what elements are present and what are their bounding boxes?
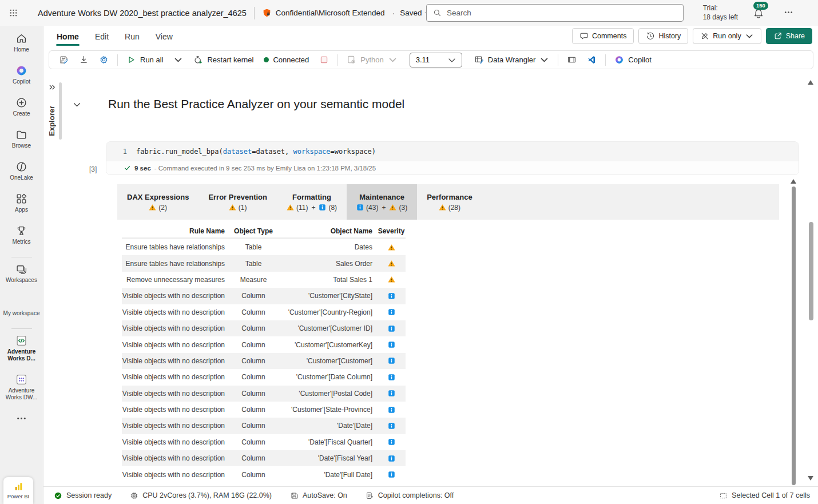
sidebar-item-create[interactable]: Create [1, 97, 43, 117]
save-edit-icon [59, 55, 69, 65]
table-row[interactable]: Visible objects with no descriptionColum… [122, 434, 406, 450]
output-tab-formatting[interactable]: Formatting(11)+(8) [277, 184, 347, 220]
app-launcher-button[interactable] [0, 0, 26, 26]
table-row[interactable]: Visible objects with no descriptionColum… [122, 386, 406, 402]
sidebar-item-browse[interactable]: Browse [1, 129, 43, 149]
table-row[interactable]: Visible objects with no descriptionColum… [122, 353, 406, 369]
cell-rule-name: Visible objects with no description [122, 454, 228, 462]
ribbon-tab-view[interactable]: View [148, 26, 181, 47]
sidebar-item-more[interactable] [1, 412, 43, 424]
expand-explorer-button[interactable] [48, 83, 57, 92]
focus-mode-button[interactable] [562, 51, 582, 69]
bpa-table-head: Rule NameObject TypeObject NameSeverity [122, 225, 406, 239]
python-version-select[interactable]: 3.11 [410, 53, 462, 68]
search-input[interactable] [447, 9, 677, 17]
notifications-button[interactable]: 150 [753, 7, 765, 20]
trial-line2: 18 days left [703, 13, 738, 22]
sidebar-item-copilot[interactable]: Copilot [1, 65, 43, 85]
more-options-button[interactable] [783, 7, 794, 18]
run-all-button[interactable]: Run all [121, 51, 168, 69]
table-row[interactable]: Visible objects with no descriptionColum… [122, 320, 406, 336]
output-tab-error-prevention[interactable]: Error Prevention(1) [198, 184, 277, 220]
explorer-panel-label[interactable]: Explorer [47, 106, 56, 136]
history-button[interactable]: History [638, 28, 688, 44]
output-tab-maintenance[interactable]: Maintenance(43)+(3) [347, 184, 417, 220]
save-button[interactable] [54, 51, 74, 69]
code-segment: workspace [293, 148, 331, 156]
cell-severity [377, 260, 406, 267]
table-row[interactable]: Visible objects with no descriptionColum… [122, 369, 406, 385]
line-number: 1 [106, 148, 136, 156]
table-row[interactable]: Ensure tables have relationshipsTableSal… [122, 255, 406, 271]
language-selector[interactable]: Python [342, 51, 402, 69]
saved-status[interactable]: Saved [400, 9, 422, 17]
open-in-vscode-button[interactable] [582, 51, 602, 69]
table-row[interactable]: Visible objects with no descriptionColum… [122, 418, 406, 434]
table-row[interactable]: Ensure tables have relationshipsTableDat… [122, 239, 406, 255]
toolbar-divider [337, 54, 338, 66]
table-row[interactable]: Visible objects with no descriptionColum… [122, 336, 406, 352]
cell-severity [377, 406, 406, 414]
cell-object-type: Column [228, 373, 279, 381]
run-only-button[interactable]: Run only [693, 28, 761, 44]
code-line[interactable]: 1 fabric.run_model_bpa(dataset=dataset, … [106, 142, 799, 161]
notification-badge: 150 [753, 2, 768, 10]
chevron-down-icon [388, 55, 398, 65]
copilot-icon [614, 55, 624, 65]
page-scroll-down-button[interactable] [808, 476, 813, 481]
output-scrollbar-thumb[interactable] [792, 186, 796, 485]
code-line-content[interactable]: fabric.run_model_bpa(dataset=dataset, wo… [136, 148, 376, 156]
sidebar-item-home[interactable]: Home [1, 33, 43, 53]
sidebar-item-adventure-works-semantic-model[interactable]: Adventure Works DW... [1, 374, 43, 401]
table-row[interactable]: Visible objects with no descriptionColum… [122, 304, 406, 320]
power-bi-switcher[interactable]: Power BI [3, 477, 33, 504]
stop-button[interactable] [314, 51, 334, 69]
connection-status[interactable]: Connected [259, 51, 314, 69]
table-row[interactable]: Visible objects with no descriptionColum… [122, 402, 406, 418]
comments-button[interactable]: Comments [572, 28, 634, 44]
cell-severity [377, 308, 406, 316]
output-scroll-up-button[interactable] [791, 179, 796, 184]
table-row[interactable]: Remove unnecessary measuresMeasureTotal … [122, 272, 406, 288]
search-box[interactable] [426, 4, 684, 22]
ribbon-tab-label: View [156, 32, 173, 41]
run-all-chevron[interactable] [168, 51, 188, 69]
ribbon-tab-home[interactable]: Home [49, 26, 87, 47]
autosave-toggle[interactable]: AutoSave: On [290, 491, 347, 500]
output-tab-dax-expressions[interactable]: DAX Expressions(2) [117, 184, 198, 220]
copilot-completions-toggle[interactable]: Copilot completions: Off [366, 491, 454, 500]
sensitivity-label[interactable]: Confidential\Microsoft Extended [276, 9, 385, 17]
ribbon-tab-edit[interactable]: Edit [87, 26, 117, 47]
data-wrangler-button[interactable]: Data Wrangler [469, 51, 555, 69]
column-header: Object Type [228, 227, 279, 235]
sidebar-item-metrics[interactable]: Metrics [1, 225, 43, 245]
output-tab-performance[interactable]: Performance(28) [417, 184, 482, 220]
sidebar-item-my-workspace[interactable]: My workspace [1, 310, 43, 317]
share-label: Share [786, 32, 805, 40]
notebook-title[interactable]: Adventure Works DW 2020_best practice an… [38, 9, 247, 18]
ribbon-tab-run[interactable]: Run [117, 26, 148, 47]
code-cell[interactable]: 1 fabric.run_model_bpa(dataset=dataset, … [106, 141, 799, 175]
cell-object-type: Column [228, 471, 279, 479]
table-row[interactable]: Visible objects with no descriptionColum… [122, 466, 406, 482]
bell-icon [753, 8, 765, 19]
vscode-icon [587, 55, 597, 65]
table-row[interactable]: Visible objects with no descriptionColum… [122, 288, 406, 304]
collapse-section-button[interactable] [72, 100, 82, 110]
markdown-heading[interactable]: Run the Best Practice Analyzer on your s… [108, 97, 404, 111]
page-scroll-up-button[interactable] [808, 80, 813, 85]
export-button[interactable] [74, 51, 94, 69]
sidebar-item-workspaces[interactable]: Workspaces [1, 263, 43, 284]
sidebar-item-adventure-works-notebook[interactable]: Adventure Works D... [1, 335, 43, 362]
badge-count: (11) [296, 204, 308, 212]
sidebar-item-onelake[interactable]: OneLake [1, 161, 43, 181]
table-row[interactable]: Visible objects with no descriptionColum… [122, 450, 406, 466]
share-button[interactable]: Share [766, 28, 812, 44]
settings-button[interactable] [94, 51, 114, 69]
page-scrollbar-thumb[interactable] [809, 222, 813, 320]
sidebar-item-apps[interactable]: Apps [1, 193, 43, 213]
restart-kernel-button[interactable]: Restart kernel [188, 51, 259, 69]
copilot-button[interactable]: Copilot [609, 51, 656, 69]
cell-object-name: 'Date'[Full Date] [279, 471, 377, 479]
cell-object-type: Column [228, 422, 279, 430]
